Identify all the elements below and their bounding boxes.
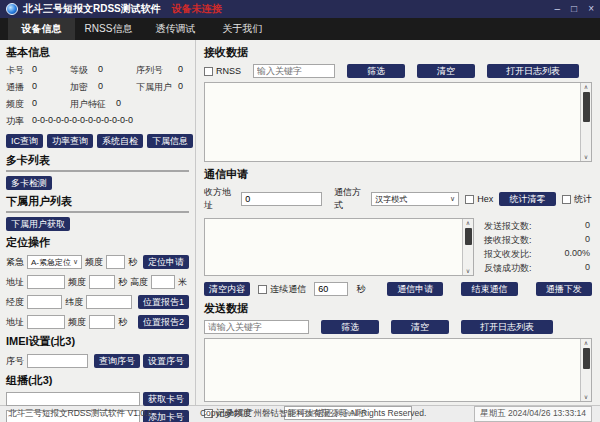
sub-info-button[interactable]: 下属信息 — [147, 134, 193, 148]
receive-clear-button[interactable]: 清空 — [417, 64, 475, 78]
scroll-up-icon[interactable]: ∧ — [466, 219, 470, 227]
send-filter-button[interactable]: 筛选 — [321, 320, 379, 334]
chevron-down-icon: ∨ — [73, 258, 78, 266]
comm-mode-select[interactable]: 汉字模式 ∨ — [371, 192, 459, 206]
tab-device-info[interactable]: 设备信息 — [8, 18, 75, 40]
imei-sn-label: 序号 — [6, 355, 24, 368]
freq-label: 频度 — [68, 316, 86, 329]
broadcast-label: 通播 — [6, 81, 32, 94]
scroll-up-icon[interactable]: ∧ — [584, 83, 588, 91]
hex-checkbox-wrap: Hex — [465, 194, 493, 204]
user-feature-label: 用户特征 — [70, 98, 116, 111]
scroll-thumb[interactable] — [583, 92, 590, 122]
connection-status: 设备未连接 — [172, 2, 222, 16]
urgent-mode-select[interactable]: A-紧急定位 ∨ — [27, 255, 82, 269]
urgent-freq-input[interactable] — [106, 255, 125, 269]
send-keyword-input[interactable] — [204, 320, 309, 334]
imei-set-button[interactable]: 设置序号 — [143, 354, 189, 368]
power-label: 功率 — [6, 115, 32, 128]
subusers-list-box[interactable] — [6, 211, 189, 213]
receive-scrollbar[interactable]: ∧ ∨ — [580, 83, 591, 161]
stat-feedback: 反馈成功数:0 — [484, 262, 590, 275]
hex-checkbox[interactable] — [465, 195, 474, 204]
comm-end-button[interactable]: 结束通信 — [461, 282, 517, 296]
power-row: 功率 0-0-0-0-0-0-0-0-0-0-0-0-0 — [6, 115, 189, 128]
freq-input-2[interactable] — [89, 315, 115, 329]
longitude-input[interactable] — [27, 295, 62, 309]
maximize-icon[interactable]: □ — [571, 0, 577, 18]
get-card-button[interactable]: 获取卡号 — [143, 392, 189, 406]
status-version: 北斗三号短报文RDSS测试软件 V1.0.0 — [8, 408, 152, 420]
scroll-down-icon[interactable]: ∨ — [584, 393, 588, 401]
close-icon[interactable]: × — [588, 0, 594, 18]
recipient-input[interactable] — [241, 192, 322, 206]
scroll-down-icon[interactable]: ∨ — [584, 153, 588, 161]
altitude-input[interactable] — [151, 275, 175, 289]
receive-data-box[interactable]: ∧ ∨ — [204, 82, 592, 162]
addr-input-2[interactable] — [27, 315, 65, 329]
basic-info-buttons: IC查询 功率查询 系统自检 下属信息 — [6, 134, 189, 148]
basic-info-row: 频度0 用户特征0 — [6, 98, 189, 111]
minimize-icon[interactable]: – — [555, 0, 561, 18]
tab-rnss-info[interactable]: RNSS信息 — [75, 18, 142, 40]
sec-unit: 秒 — [118, 276, 127, 289]
subusers-get-button[interactable]: 下属用户获取 — [6, 217, 70, 231]
reset-stats-button[interactable]: 统计清零 — [499, 192, 556, 206]
freq-value: 0 — [32, 98, 37, 111]
comm-message-box[interactable]: ∧ ∨ — [204, 218, 474, 276]
clear-content-button[interactable]: 清空内容 — [204, 282, 250, 296]
comm-mode-label: 通信方式 — [334, 186, 365, 212]
addr-label: 地址 — [6, 276, 24, 289]
status-datetime: 星期五 2024/04/26 13:33:14 — [474, 406, 592, 422]
broadcast-value: 0 — [32, 81, 37, 94]
continuous-checkbox[interactable] — [258, 285, 267, 294]
card-no-value: 0 — [32, 64, 37, 77]
send-data-box[interactable]: ∧ ∨ — [204, 338, 592, 402]
scroll-thumb[interactable] — [465, 228, 472, 245]
addr-input-1[interactable] — [27, 275, 65, 289]
latitude-input[interactable] — [86, 295, 132, 309]
comm-apply-button[interactable]: 通信申请 — [387, 282, 443, 296]
scroll-up-icon[interactable]: ∧ — [584, 339, 588, 347]
ic-query-button[interactable]: IC查询 — [6, 134, 43, 148]
card-no-label: 卡号 — [6, 64, 32, 77]
level-label: 等级 — [70, 64, 98, 77]
tab-about-us[interactable]: 关于我们 — [209, 18, 276, 40]
right-panel: 接收数据 RNSS 筛选 清空 打开日志列表 ∧ ∨ 通信申请 收方地址 通信方 — [196, 40, 600, 405]
basic-info-title: 基本信息 — [6, 45, 189, 60]
freq-input-1[interactable] — [89, 275, 115, 289]
position-report2-button[interactable]: 位置报告2 — [138, 315, 189, 329]
multicast-card-input-1[interactable] — [6, 392, 140, 406]
self-test-button[interactable]: 系统自检 — [97, 134, 143, 148]
rnss-checkbox-label: RNSS — [216, 66, 241, 76]
multicast-title: 组播(北3) — [6, 373, 189, 388]
receive-filter-button[interactable]: 筛选 — [347, 64, 405, 78]
broadcast-send-button[interactable]: 通播下发 — [536, 282, 592, 296]
power-query-button[interactable]: 功率查询 — [47, 134, 93, 148]
multicard-list-box[interactable] — [6, 170, 189, 172]
send-scrollbar[interactable]: ∧ ∨ — [580, 339, 591, 401]
send-open-log-button[interactable]: 打开日志列表 — [461, 320, 553, 334]
meter-unit: 米 — [178, 276, 187, 289]
stat-received: 接收报文数:0 — [484, 234, 590, 247]
serial-no-value: 0 — [178, 64, 183, 77]
comm-scrollbar[interactable]: ∧ ∨ — [462, 219, 473, 275]
tab-passthrough-debug[interactable]: 透传调试 — [142, 18, 209, 40]
imei-sn-input[interactable] — [27, 354, 88, 368]
position-report1-button[interactable]: 位置报告1 — [138, 295, 189, 309]
imei-query-button[interactable]: 查询序号 — [94, 354, 140, 368]
comm-stats: 发送报文数:0 接收报文数:0 报文收发比:0.00% 反馈成功数:0 — [482, 218, 592, 276]
send-clear-button[interactable]: 清空 — [391, 320, 449, 334]
scroll-down-icon[interactable]: ∨ — [466, 267, 470, 275]
subusers-title: 下属用户列表 — [6, 194, 189, 209]
interval-input[interactable] — [314, 282, 348, 296]
send-title: 发送数据 — [204, 301, 592, 316]
multicard-check-button[interactable]: 多卡检测 — [6, 176, 52, 190]
rnss-checkbox[interactable] — [204, 67, 213, 76]
comm-action-row: 清空内容 连续通信 秒 通信申请 结束通信 通播下发 — [204, 282, 592, 296]
position-apply-button[interactable]: 定位申请 — [143, 255, 189, 269]
scroll-thumb[interactable] — [583, 348, 590, 369]
receive-keyword-input[interactable] — [253, 64, 335, 78]
receive-open-log-button[interactable]: 打开日志列表 — [487, 64, 579, 78]
stats-checkbox[interactable] — [562, 195, 571, 204]
